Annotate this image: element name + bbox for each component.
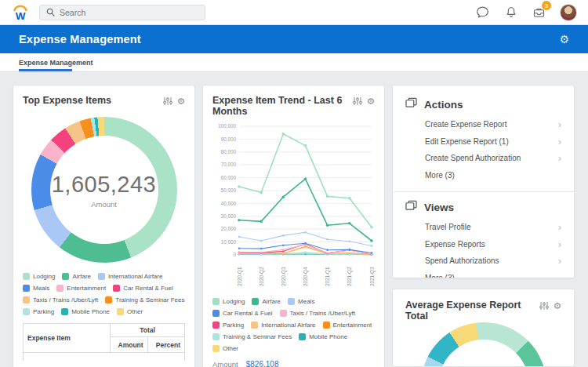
tab-label: Expense Management	[19, 59, 93, 67]
profile-avatar[interactable]	[560, 4, 577, 21]
legend-label: Taxis / Trains /Uber/Lyft	[33, 296, 98, 303]
inbox-badge: 3	[542, 1, 551, 10]
chevron-right-icon: ›	[558, 119, 561, 129]
legend-label: Lodging	[33, 273, 55, 280]
view-item[interactable]: Spend Authorizations›	[405, 253, 561, 270]
legend-item: Airfare	[252, 298, 281, 305]
chat-icon[interactable]	[475, 5, 490, 20]
action-item[interactable]: More (3)	[405, 167, 561, 184]
action-label: More (3)	[425, 171, 455, 180]
svg-text:90,000: 90,000	[221, 136, 237, 142]
legend-item: Parking	[212, 322, 244, 329]
card-title: Expense Item Trend - Last 6 Months	[212, 95, 353, 117]
chevron-right-icon: ›	[558, 239, 561, 249]
col-percent: Percent	[147, 337, 184, 353]
legend-swatch	[23, 308, 30, 315]
action-item[interactable]: Create Spend Authorization›	[405, 150, 561, 167]
svg-text:40,000: 40,000	[221, 201, 237, 206]
action-label: Create Spend Authorization	[425, 154, 521, 162]
view-item[interactable]: Travel Profile›	[405, 219, 561, 236]
legend-swatch	[252, 298, 259, 305]
legend-item: Taxis / Trains /Uber/Lyft	[280, 310, 355, 317]
legend-swatch	[288, 298, 295, 305]
actions-cards-icon	[405, 97, 417, 111]
legend-item: Other	[117, 308, 143, 315]
views-cards-icon	[405, 200, 417, 214]
view-item[interactable]: More (3)	[405, 270, 561, 279]
search-input[interactable]: Search	[39, 5, 205, 20]
legend-item: Meals	[23, 285, 49, 292]
top-expense-legend: LodgingAirfareInternational AirfareMeals…	[23, 273, 185, 315]
card-title: Top Expense Items	[23, 95, 111, 106]
view-label: More (3)	[425, 274, 455, 278]
action-item[interactable]: Edit Expense Report (1)›	[405, 133, 561, 151]
action-label: Create Expense Report	[425, 120, 507, 129]
legend-label: Entertainment	[67, 285, 106, 292]
average-expense-card: Average Expense Report Total ⚙	[392, 289, 575, 367]
amount-label: Amount	[212, 360, 238, 367]
page-header: Expense Management ⚙	[0, 25, 588, 53]
legend-item: Parking	[23, 308, 54, 315]
view-label: Travel Profile	[425, 223, 471, 231]
legend-item: International Airfare	[98, 273, 162, 280]
legend-item: Mobile Phone	[61, 308, 110, 315]
filter-sliders-icon[interactable]	[163, 95, 172, 109]
view-item[interactable]: Expense Reports›	[405, 236, 561, 253]
average-donut-chart	[421, 322, 546, 367]
svg-text:100,000: 100,000	[218, 123, 236, 129]
amount-link[interactable]: $826,108	[246, 360, 279, 367]
expense-trend-card: Expense Item Trend - Last 6 Months ⚙ 010…	[202, 85, 385, 367]
legend-swatch	[323, 322, 330, 329]
legend-label: Training & Seminar Fees	[115, 296, 184, 303]
card-title: Average Expense Report Total	[405, 300, 539, 322]
workday-logo[interactable]: W	[11, 2, 30, 23]
svg-text:0: 0	[233, 252, 236, 257]
section-divider	[393, 191, 574, 192]
active-tab-indicator	[19, 69, 72, 71]
legend-swatch	[299, 333, 306, 340]
tab-expense-management[interactable]: Expense Management	[19, 53, 93, 71]
legend-swatch	[212, 322, 220, 329]
trend-line-chart: 010,00020,00030,00040,00050,00060,00070,…	[212, 120, 376, 288]
chevron-right-icon: ›	[558, 256, 561, 266]
legend-swatch	[23, 285, 30, 292]
filter-sliders-icon[interactable]	[353, 95, 362, 109]
svg-text:10,000: 10,000	[221, 239, 237, 245]
gear-icon[interactable]: ⚙	[554, 302, 561, 311]
legend-label: Lodging	[223, 298, 245, 305]
notifications-bell-icon[interactable]	[503, 5, 518, 20]
inbox-icon[interactable]: 3	[532, 5, 546, 20]
legend-item: Car Rental & Fuel	[212, 310, 273, 317]
views-list: Travel Profile›Expense Reports›Spend Aut…	[405, 219, 561, 278]
svg-text:20,000: 20,000	[221, 226, 237, 231]
legend-swatch	[98, 273, 105, 280]
svg-text:2020-Q3: 2020-Q3	[281, 267, 287, 286]
top-expense-table: Expense Item Total Amount Percent	[23, 323, 185, 361]
page-gear-icon[interactable]: ⚙	[559, 33, 569, 45]
view-label: Spend Authorizations	[425, 256, 499, 265]
legend-swatch	[251, 322, 258, 329]
legend-swatch	[212, 345, 220, 352]
filter-sliders-icon[interactable]	[539, 300, 549, 314]
legend-item: Training & Seminar Fees	[212, 333, 292, 340]
gear-icon[interactable]: ⚙	[367, 97, 375, 107]
legend-label: Mobile Phone	[309, 333, 347, 340]
gear-icon[interactable]: ⚙	[177, 97, 185, 107]
actions-views-panel: Actions Create Expense Report›Edit Expen…	[392, 85, 575, 278]
actions-list: Create Expense Report›Edit Expense Repor…	[405, 116, 561, 184]
svg-text:2021-Q1: 2021-Q1	[325, 267, 331, 286]
search-icon	[46, 5, 55, 20]
search-placeholder: Search	[60, 8, 85, 17]
svg-text:50,000: 50,000	[221, 187, 237, 193]
svg-text:70,000: 70,000	[221, 162, 237, 167]
svg-text:80,000: 80,000	[221, 149, 237, 154]
legend-label: International Airfare	[261, 322, 315, 329]
action-item[interactable]: Create Expense Report›	[405, 116, 561, 133]
legend-label: Airfare	[72, 273, 91, 280]
legend-swatch	[62, 273, 69, 280]
topbar-actions: 3	[475, 4, 577, 21]
legend-swatch	[23, 273, 30, 280]
legend-label: Parking	[33, 308, 54, 315]
legend-label: Parking	[223, 322, 244, 329]
right-column: Actions Create Expense Report›Edit Expen…	[392, 85, 575, 367]
